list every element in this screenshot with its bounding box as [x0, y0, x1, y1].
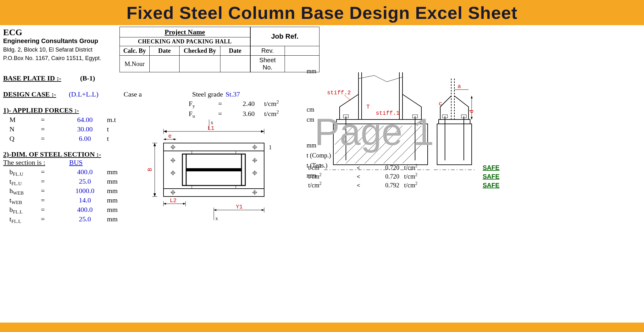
res-op-1: <: [346, 174, 371, 180]
e-label: e: [168, 133, 172, 139]
row-1-label: 1: [269, 144, 272, 151]
rev-label: Rev.: [250, 46, 285, 56]
svg-rect-65: [336, 119, 425, 124]
svg-marker-11: [153, 193, 156, 196]
footer-bar: [0, 323, 644, 332]
project-name: CHECKING AND PACKING HALL: [120, 37, 250, 46]
calc-by-label: Calc. By: [120, 46, 150, 56]
force-m-eq: =: [41, 116, 69, 124]
title-banner: Fixed Steel Column Base Design Excel She…: [0, 0, 644, 25]
material-props: Fy = 2.40 t/cm2 Fu = 3.60 t/cm2: [189, 99, 279, 119]
side-right: a c d: [434, 79, 475, 170]
fu-symbol: Fu: [189, 110, 211, 119]
dim-unit-3: mm: [107, 196, 118, 204]
force-n-unit: t: [107, 125, 109, 133]
svg-marker-51: [183, 203, 186, 205]
rev-value: [285, 46, 319, 56]
date-label: Date: [150, 46, 180, 56]
date2-label: Date: [220, 46, 250, 56]
x-bot: x: [215, 216, 218, 221]
dim-unit-0: mm: [107, 168, 118, 176]
svg-marker-8: [174, 138, 176, 140]
a-label: a: [458, 83, 461, 90]
dim-sym-3: tWEB: [9, 196, 41, 205]
sheet-content: ECG Engineering Consultants Group Bldg. …: [0, 25, 644, 224]
res-status-2: SAFE: [483, 182, 499, 189]
fy-value: 2.40: [230, 100, 255, 108]
fu-value: 3.60: [230, 110, 255, 118]
res-unit2-0: t/cm2: [404, 163, 429, 171]
section-label: The section is :: [3, 158, 69, 167]
side-left: stiff.2 stiff.1 T: [324, 72, 431, 170]
company-addr2: P.O.Box No. 1167, Cairo 11511, Egypt.: [3, 53, 119, 62]
dim-val-2: 1000.0: [69, 187, 101, 195]
company-abbr: ECG: [3, 27, 119, 37]
plan-svg: x L1 e B: [145, 119, 289, 226]
force-m-unit: m.t: [107, 116, 116, 124]
svg-marker-93: [471, 96, 473, 98]
dim-val-1: 25.0: [69, 177, 101, 185]
fy-unit: t/cm2: [264, 99, 279, 108]
dim-unit-5: mm: [107, 215, 118, 223]
stiff1-label: stiff.1: [376, 110, 400, 116]
plan-diagram: x L1 e B: [145, 119, 289, 228]
res-unit2-2: t/cm2: [404, 181, 429, 189]
y1-label: Y1: [236, 204, 243, 210]
b-label: B: [147, 168, 153, 171]
fy-symbol: Fy: [189, 100, 211, 109]
res-unit1-1: t/cm2: [308, 172, 346, 180]
res-lim-1: 0.720: [371, 173, 399, 180]
steel-grade-label: Steel grade: [192, 90, 223, 98]
c-label: c: [439, 101, 442, 107]
res-op-2: <: [346, 182, 371, 189]
res-lim-0: 0.720: [371, 164, 399, 171]
force-q-eq: =: [41, 135, 69, 143]
svg-rect-84: [439, 119, 470, 124]
checked-by-label: Checked By: [180, 46, 220, 56]
svg-line-79: [335, 126, 363, 154]
date-val: [150, 56, 180, 72]
header-row: ECG Engineering Consultants Group Bldg. …: [3, 27, 641, 72]
dim-unit-4: mm: [107, 206, 118, 214]
banner-title: Fixed Steel Column Base Design Excel She…: [126, 3, 517, 23]
results-block: t/cm2 < 0.720 t/cm2 SAFE t/cm2 < 0.720 t…: [308, 163, 499, 190]
fu-eq: =: [211, 110, 230, 118]
svg-rect-89: [437, 124, 472, 165]
design-case-label: DESIGN CASE :-: [3, 90, 56, 98]
job-ref-label: Job Ref.: [250, 27, 319, 46]
force-q-val: 6.00: [69, 135, 101, 143]
svg-line-77: [393, 130, 426, 163]
plate-id: (B-1): [80, 74, 95, 82]
force-m-sym: M: [9, 116, 41, 124]
dim-sym-4: bFL.L: [9, 206, 41, 215]
fu-row: Fu = 3.60 t/cm2: [189, 109, 279, 119]
result-row-1: t/cm2 < 0.720 t/cm2 SAFE: [308, 172, 499, 181]
svg-marker-94: [471, 117, 473, 119]
dim-sym-1: tFL.U: [9, 177, 41, 186]
result-row-0: t/cm2 < 0.720 t/cm2 SAFE: [308, 163, 499, 172]
project-name-label: Project Name: [120, 27, 250, 37]
svg-rect-20: [186, 168, 242, 171]
dim-val-0: 400.0: [69, 168, 101, 176]
svg-line-73: [355, 126, 393, 163]
fy-row: Fy = 2.40 t/cm2: [189, 99, 279, 109]
res-status-0: SAFE: [483, 164, 499, 171]
force-m-val: 64.00: [69, 116, 101, 124]
res-op-0: <: [346, 165, 371, 171]
l2-label: L2: [170, 197, 177, 204]
header-table: Project Name Job Ref. CHECKING AND PACKI…: [119, 27, 319, 72]
date2-val: [220, 56, 250, 72]
force-q-unit: t: [107, 135, 109, 143]
svg-marker-3: [261, 130, 264, 133]
svg-line-72: [346, 126, 384, 163]
res-unit1-0: t/cm2: [308, 163, 346, 171]
section-type: BUS: [69, 158, 83, 167]
company-name: Engineering Consultants Group: [3, 37, 119, 45]
company-block: ECG Engineering Consultants Group Bldg. …: [3, 27, 119, 72]
svg-line-80: [335, 126, 354, 145]
res-status-1: SAFE: [483, 173, 499, 180]
dim-unit-1: mm: [107, 177, 118, 185]
res-unit2-1: t/cm2: [404, 172, 429, 180]
force-n-eq: =: [41, 125, 69, 133]
res-lim-2: 0.792: [371, 182, 399, 189]
